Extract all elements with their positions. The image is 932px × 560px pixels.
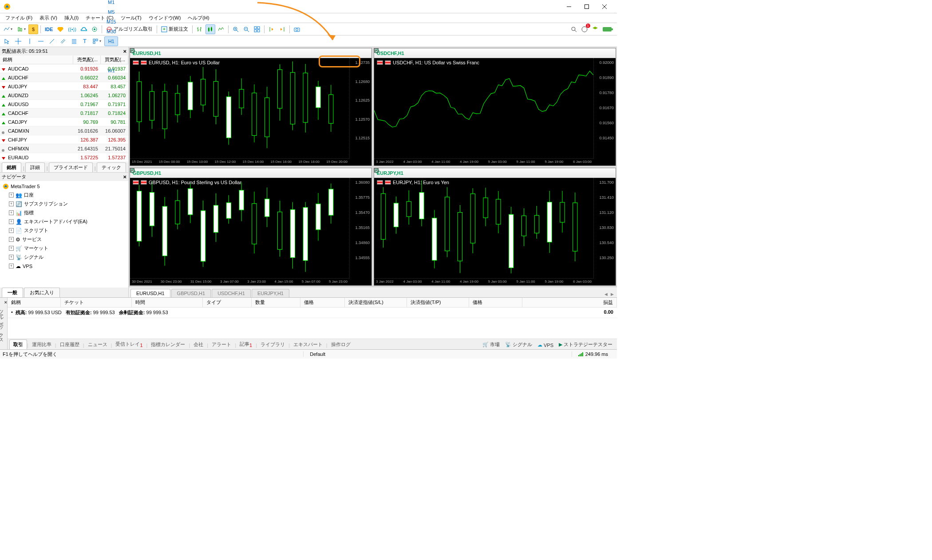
toolbox-col[interactable]: タイプ	[203, 298, 252, 307]
chart-tab-nav[interactable]: ▶	[609, 291, 615, 297]
symbol-row[interactable]: AUDCHF0.660220.66034	[0, 73, 128, 82]
chart-canvas[interactable]: USDCHF, H1: US Dollar vs Swiss Franc 0.9…	[374, 58, 616, 166]
hline-tool[interactable]	[36, 36, 46, 46]
col-bid[interactable]: 売気配(...	[73, 55, 101, 64]
toolbox-link[interactable]: 📡シグナル	[502, 340, 535, 349]
symbol-row[interactable]: AUDUSD0.719670.71971	[0, 100, 128, 109]
status-profile[interactable]: Default	[303, 351, 332, 357]
nav-item[interactable]: +📄スクリプト	[1, 226, 127, 235]
text-tool[interactable]: T	[80, 36, 90, 46]
nav-item[interactable]: +🔄サブスクリプション	[1, 200, 127, 209]
toolbox-tab[interactable]: ライブラリ	[257, 340, 288, 349]
tile-button[interactable]	[252, 24, 262, 34]
chart-close-button[interactable]	[602, 170, 613, 177]
chart-canvas[interactable]: GBPUSD, H1: Pound Sterling vs US Dollar …	[130, 178, 371, 285]
menu-I[interactable]: 挿入(I)	[61, 14, 82, 22]
nav-tab-1[interactable]: お気に入り	[24, 288, 60, 297]
nav-item[interactable]: +⚙サービス	[1, 235, 127, 244]
symbol-row[interactable]: CHFMXN21.6431521.75014	[0, 144, 128, 153]
line-style-button[interactable]	[216, 24, 226, 34]
menu-H[interactable]: ヘルプ(H)	[184, 14, 213, 22]
objects-tool[interactable]: ▾	[90, 36, 103, 46]
symbol-row[interactable]: CADMXN16.0162616.06007	[0, 126, 128, 135]
line-chart-button[interactable]: ▾	[2, 24, 14, 34]
toolbox-col[interactable]: チケット	[61, 298, 132, 307]
chart-tab[interactable]: EURUSD,H1	[130, 289, 170, 297]
target-button[interactable]	[90, 24, 99, 34]
timeframe-M5[interactable]: M5	[104, 7, 118, 17]
nav-item[interactable]: +📊指標	[1, 209, 127, 217]
toolbox-col[interactable]: 数量	[252, 298, 300, 307]
toolbox-close-button[interactable]: ×	[4, 300, 7, 305]
toolbox-col[interactable]: 銘柄	[8, 298, 61, 307]
candle-chart-button[interactable]: ▾	[15, 24, 28, 34]
timeframe-M15[interactable]: M15	[104, 17, 118, 27]
chart-tab[interactable]: GBPUSD,H1	[171, 289, 211, 297]
toolbox-col[interactable]: 価格	[300, 298, 345, 307]
nav-item[interactable]: +👥口座	[1, 191, 127, 200]
menu-T[interactable]: ツール(T)	[117, 14, 145, 22]
window-close-button[interactable]	[596, 0, 613, 13]
zoom-in-button[interactable]	[231, 24, 241, 34]
bars-style-button[interactable]	[195, 24, 205, 34]
signals-button[interactable]: ((•))	[66, 24, 78, 34]
new-order-button[interactable]: +新規注文	[159, 24, 190, 34]
toolbox-tab[interactable]: 記事1	[236, 339, 256, 349]
menu-F[interactable]: ファイル (F)	[2, 14, 36, 22]
symbol-row[interactable]: EURAUD1.572251.57237	[0, 153, 128, 162]
toolbox-col[interactable]: 時間	[132, 298, 203, 307]
chart-close-button[interactable]	[358, 170, 369, 177]
candles-style-button[interactable]	[205, 24, 215, 34]
search-button[interactable]	[569, 24, 579, 34]
toolbox-tab[interactable]: エキスパート	[290, 340, 326, 349]
chart-tab[interactable]: EURJPY,H1	[252, 289, 289, 297]
nav-item[interactable]: +📡シグナル	[1, 253, 127, 262]
nav-item[interactable]: +🛒マーケット	[1, 244, 127, 253]
toolbox-tab[interactable]: 口座履歴	[56, 340, 83, 349]
autoscroll-button[interactable]	[277, 24, 287, 34]
zoom-out-button[interactable]	[241, 24, 251, 34]
market-button[interactable]	[55, 24, 65, 34]
nav-tab-0[interactable]: 一般	[2, 288, 23, 297]
chart-tab[interactable]: USDCHF,H1	[212, 289, 251, 297]
toolbox-col[interactable]: 価格	[469, 298, 522, 307]
navigator-close-button[interactable]: ×	[123, 174, 126, 180]
mw-tab-1[interactable]: 詳細	[25, 162, 45, 172]
shift-button[interactable]	[267, 24, 276, 34]
window-minimize-button[interactable]	[560, 0, 578, 13]
toolbox-tab[interactable]: 操作ログ	[328, 340, 354, 349]
market-watch-rows[interactable]: AUDCAD0.919260.91937AUDCHF0.660220.66034…	[0, 64, 128, 162]
menu-W[interactable]: ウインドウ(W)	[145, 14, 185, 22]
chart-canvas[interactable]: EURUSD, H1: Euro vs US Dollar 1.127351.1…	[130, 58, 371, 166]
symbol-row[interactable]: CADCHF0.718170.71824	[0, 109, 128, 118]
chart-close-button[interactable]	[358, 50, 369, 57]
toolbox-tab[interactable]: 取引	[9, 339, 27, 349]
toolbox-tab[interactable]: 受信トレイ1	[112, 339, 146, 349]
mw-tab-2[interactable]: プライスボード	[49, 162, 93, 172]
toolbox-tab[interactable]: アラート	[208, 340, 235, 349]
nav-item[interactable]: +☁VPS	[1, 262, 127, 271]
cursor-tool[interactable]	[2, 36, 12, 46]
col-ask[interactable]: 買気配(...	[101, 55, 128, 64]
menu-V[interactable]: 表示 (V)	[36, 14, 61, 22]
toolbox-link[interactable]: 🛒市場	[480, 340, 502, 349]
nav-root[interactable]: MetaTrader 5	[1, 182, 127, 191]
toolbox-link[interactable]: ▶ストラテジーテスター	[556, 340, 615, 349]
screenshot-button[interactable]	[292, 24, 302, 34]
market-watch-close-button[interactable]: ×	[123, 48, 126, 55]
toolbox-tab[interactable]: ニュース	[84, 340, 111, 349]
symbol-row[interactable]: AUDCAD0.919260.91937	[0, 64, 128, 73]
vps-button[interactable]	[79, 24, 89, 34]
crosshair-tool[interactable]	[13, 36, 24, 46]
toolbox-col[interactable]: 決済逆指値(S/L)	[345, 298, 407, 307]
trendline-tool[interactable]	[47, 36, 57, 46]
chart-tab-nav[interactable]: ◀	[603, 291, 609, 297]
symbol-row[interactable]: AUDJPY83.44783.457	[0, 82, 128, 91]
account-icon[interactable]	[590, 24, 600, 34]
symbol-row[interactable]: CADJPY90.76990.781	[0, 118, 128, 126]
dollar-button[interactable]: $	[28, 24, 38, 34]
notifications-button[interactable]	[580, 24, 589, 34]
equidistant-tool[interactable]	[58, 36, 68, 46]
timeframe-M30[interactable]: M30	[104, 27, 118, 36]
toolbox-col[interactable]: 損益	[522, 298, 617, 307]
